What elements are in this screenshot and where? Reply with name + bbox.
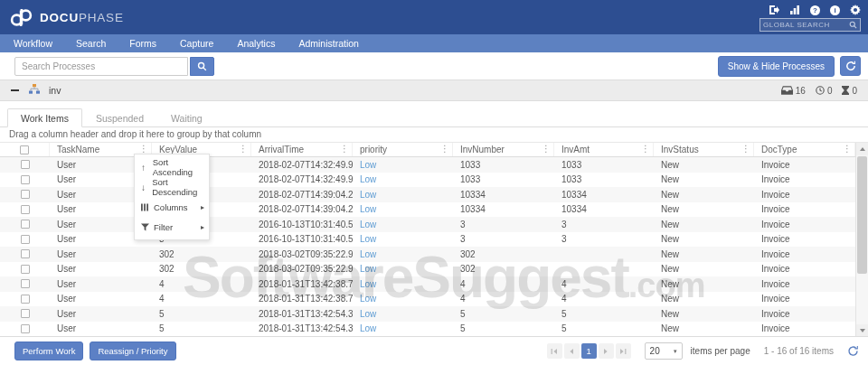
items-range-label: 1 - 16 of 16 items: [764, 346, 834, 356]
column-header[interactable]: priority⋮: [353, 143, 453, 156]
organization-icon[interactable]: [789, 5, 800, 15]
cell-priority-link[interactable]: Low: [353, 174, 453, 184]
table-row[interactable]: User 302 2018-03-02T09:35:22.957 Low 302…: [0, 247, 855, 262]
cell-priority-link[interactable]: Low: [353, 294, 453, 304]
help-icon[interactable]: ?: [810, 5, 820, 15]
clock-count: 0: [827, 86, 833, 96]
nav-item[interactable]: Forms: [118, 34, 168, 52]
next-page-icon[interactable]: [599, 343, 614, 359]
header-checkbox-cell: [0, 143, 50, 156]
vertical-scrollbar[interactable]: [855, 143, 868, 337]
cell-invstatus: New: [654, 249, 754, 259]
row-checkbox[interactable]: [21, 249, 30, 258]
settings-gear-icon[interactable]: [850, 5, 861, 15]
column-menu-icon[interactable]: ⋮: [641, 144, 650, 154]
cell-priority-link[interactable]: Low: [353, 309, 453, 319]
select-all-checkbox[interactable]: [20, 145, 29, 154]
row-checkbox[interactable]: [21, 295, 30, 304]
info-icon[interactable]: i: [830, 5, 840, 15]
column-menu-icon[interactable]: ⋮: [440, 144, 449, 154]
column-menu-icon[interactable]: ⋮: [139, 144, 148, 154]
row-checkbox[interactable]: [21, 190, 30, 199]
column-header[interactable]: InvNumber⋮: [453, 143, 554, 156]
column-menu-icon[interactable]: ⋮: [843, 144, 852, 154]
row-checkbox[interactable]: [21, 160, 30, 169]
search-processes-button[interactable]: [190, 57, 214, 76]
cell-invnumber: 302: [453, 249, 554, 259]
column-header[interactable]: InvStatus⋮: [654, 143, 754, 156]
column-header[interactable]: ArrivalTime⋮: [251, 143, 353, 156]
column-menu-icon[interactable]: ⋮: [340, 144, 349, 154]
menu-item-sort-ascending[interactable]: ↑ Sort Ascending: [135, 157, 209, 177]
row-checkbox[interactable]: [21, 265, 30, 274]
prev-page-icon[interactable]: [564, 343, 580, 359]
scrollbar-thumb[interactable]: [857, 156, 867, 274]
table-row[interactable]: User 3 2016-10-13T10:31:40.583 Low 3 3 N…: [0, 232, 855, 248]
logo-text-secondary: PHASE: [79, 11, 124, 24]
global-search-icon[interactable]: [849, 21, 857, 29]
nav-item[interactable]: Analytics: [225, 34, 287, 52]
table-row[interactable]: User 2018-02-07T14:39:04.247 Low 10334 1…: [0, 202, 855, 218]
row-checkbox[interactable]: [21, 324, 30, 333]
tab[interactable]: Work Items: [7, 108, 82, 127]
collapse-group-icon[interactable]: [11, 86, 20, 95]
row-checkbox[interactable]: [21, 220, 30, 229]
cell-priority-link[interactable]: Low: [353, 190, 453, 200]
row-checkbox[interactable]: [21, 279, 30, 288]
table-row[interactable]: User 5 2018-01-31T13:42:54.32 Low 5 5 Ne…: [0, 322, 855, 337]
logout-icon[interactable]: [769, 5, 779, 15]
table-row[interactable]: User 2018-02-07T14:32:49.967 Low 1033 10…: [0, 173, 855, 188]
cell-priority-link[interactable]: Low: [353, 264, 453, 274]
refresh-processes-button[interactable]: [840, 56, 861, 76]
scroll-up-icon[interactable]: [856, 143, 868, 155]
cell-priority-link[interactable]: Low: [353, 204, 453, 214]
menu-item-label: Sort Descending: [152, 177, 203, 197]
global-search-input[interactable]: [763, 21, 849, 29]
page-number-button[interactable]: 1: [581, 343, 597, 359]
search-processes-input[interactable]: [14, 57, 188, 76]
first-page-icon[interactable]: [547, 343, 562, 359]
nav-item[interactable]: Capture: [168, 34, 225, 52]
tab[interactable]: Waiting: [157, 108, 216, 126]
cell-priority-link[interactable]: Low: [353, 220, 453, 229]
column-menu-icon[interactable]: ⋮: [542, 144, 551, 154]
menu-item-filter[interactable]: Filter ▸: [135, 217, 209, 237]
show-hide-processes-button[interactable]: Show & Hide Processes: [718, 56, 835, 77]
table-row[interactable]: User 4 2018-01-31T13:42:38.73 Low 4 4 Ne…: [0, 292, 855, 307]
cell-arrivaltime: 2018-02-07T14:32:49.967: [251, 174, 353, 184]
table-row[interactable]: User 5 2018-01-31T13:42:54.32 Low 5 5 Ne…: [0, 306, 855, 322]
nav-item[interactable]: Workflow: [2, 34, 64, 52]
table-row[interactable]: User 302 2018-03-02T09:35:22.957 Low 302…: [0, 262, 855, 277]
row-checkbox[interactable]: [21, 175, 30, 184]
reassign-priority-button[interactable]: Reassign / Priority: [90, 342, 175, 360]
column-header[interactable]: InvAmt⋮: [554, 143, 654, 156]
last-page-icon[interactable]: [616, 343, 631, 359]
nav-item[interactable]: Search: [64, 34, 118, 52]
cell-arrivaltime: 2016-10-13T10:31:40.583: [251, 220, 353, 229]
nav-item[interactable]: Administration: [287, 34, 371, 52]
cell-priority-link[interactable]: Low: [353, 249, 453, 259]
table-row[interactable]: User 2018-02-07T14:39:04.247 Low 10334 1…: [0, 187, 855, 202]
cell-priority-link[interactable]: Low: [353, 234, 453, 244]
page-size-select[interactable]: 20 ▾: [645, 342, 683, 360]
perform-work-button[interactable]: Perform Work: [14, 342, 83, 360]
row-checkbox[interactable]: [21, 235, 30, 244]
process-group-name[interactable]: inv: [49, 85, 61, 96]
column-menu-icon[interactable]: ⋮: [239, 144, 248, 154]
menu-item-sort-descending[interactable]: ↓ Sort Descending: [135, 177, 209, 197]
tab[interactable]: Suspended: [82, 108, 157, 126]
cell-priority-link[interactable]: Low: [353, 160, 453, 170]
table-row[interactable]: User 4 2018-01-31T13:42:38.73 Low 4 4 Ne…: [0, 276, 855, 292]
cell-doctype: Invoice: [754, 323, 855, 333]
table-row[interactable]: User 2018-02-07T14:32:49.967 Low 1033 10…: [0, 157, 855, 173]
row-checkbox[interactable]: [21, 205, 30, 214]
grid-refresh-icon[interactable]: [847, 345, 859, 357]
scroll-down-icon[interactable]: [856, 324, 868, 337]
row-checkbox[interactable]: [21, 309, 30, 318]
menu-item-columns[interactable]: Columns ▸: [135, 197, 209, 217]
column-header[interactable]: DocType⋮: [754, 143, 855, 156]
table-row[interactable]: User 2016-10-13T10:31:40.583 Low 3 3 New…: [0, 217, 855, 232]
column-menu-icon[interactable]: ⋮: [741, 144, 750, 154]
cell-priority-link[interactable]: Low: [353, 323, 453, 333]
cell-priority-link[interactable]: Low: [353, 279, 453, 289]
